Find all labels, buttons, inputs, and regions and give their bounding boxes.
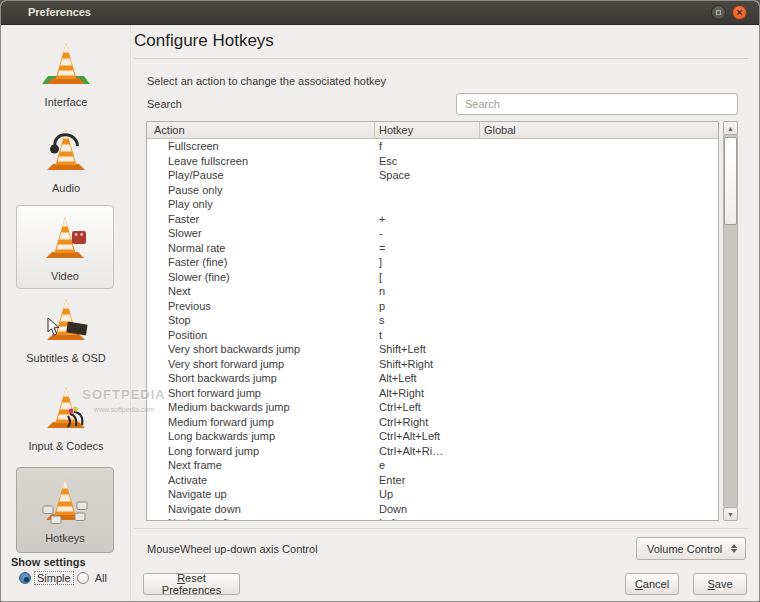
- table-row[interactable]: Very short forward jump Shift+Right: [147, 357, 718, 372]
- table-row[interactable]: Short forward jump Alt+Right: [147, 386, 718, 401]
- row-action: Fullscreen: [147, 140, 374, 152]
- table-row[interactable]: Leave fullscreen Esc: [147, 154, 718, 169]
- row-hotkey: s: [374, 314, 479, 326]
- column-action[interactable]: Action: [147, 122, 374, 138]
- maximize-button[interactable]: [711, 5, 726, 20]
- row-action: Very short forward jump: [147, 358, 374, 370]
- table-row[interactable]: Very short backwards jump Shift+Left: [147, 342, 718, 357]
- close-button[interactable]: ×: [732, 5, 747, 20]
- table-row[interactable]: Play/Pause Space: [147, 168, 718, 183]
- table-row[interactable]: Faster +: [147, 212, 718, 227]
- row-hotkey: Enter: [374, 474, 479, 486]
- row-action: Navigate down: [147, 503, 374, 515]
- radio-simple[interactable]: Simple: [19, 572, 73, 584]
- scroll-down-icon[interactable]: ▼: [723, 507, 738, 521]
- table-row[interactable]: Play only: [147, 197, 718, 212]
- row-action: Next: [147, 285, 374, 297]
- sidebar-item-subtitles[interactable]: Subtitles & OSD: [9, 293, 123, 364]
- row-action: Faster: [147, 213, 374, 225]
- table-row[interactable]: Navigate left Left: [147, 516, 718, 520]
- window-title: Preferences: [28, 6, 91, 18]
- show-settings-label: Show settings: [11, 556, 129, 568]
- table-header[interactable]: Action Hotkey Global: [147, 122, 718, 139]
- bottom-divider: [134, 528, 748, 529]
- table-row[interactable]: Normal rate =: [147, 241, 718, 256]
- table-row[interactable]: Navigate down Down: [147, 502, 718, 517]
- table-row[interactable]: Long forward jump Ctrl+Alt+Ri…: [147, 444, 718, 459]
- sidebar-item-audio[interactable]: Audio: [9, 123, 123, 194]
- row-hotkey: Ctrl+Alt+Ri…: [374, 445, 479, 457]
- row-hotkey: ]: [374, 256, 479, 268]
- row-action: Slower: [147, 227, 374, 239]
- sidebar-item-label: Interface: [9, 96, 123, 108]
- row-hotkey: Up: [374, 488, 479, 500]
- search-input[interactable]: [456, 93, 738, 115]
- sidebar-item-interface[interactable]: Interface: [9, 37, 123, 108]
- sidebar-item-label: Hotkeys: [17, 532, 113, 544]
- sidebar-item-input[interactable]: Input & Codecs: [9, 381, 123, 452]
- titlebar[interactable]: Preferences ×: [1, 1, 759, 25]
- preferences-window: Preferences ×: [0, 0, 760, 602]
- row-action: Medium backwards jump: [147, 401, 374, 413]
- mousewheel-dropdown[interactable]: Volume Control: [636, 537, 746, 560]
- column-hotkey[interactable]: Hotkey: [374, 122, 479, 138]
- row-hotkey: Shift+Left: [374, 343, 479, 355]
- cancel-button[interactable]: Cancel: [625, 573, 679, 595]
- row-hotkey: Alt+Right: [374, 387, 479, 399]
- row-action: Navigate left: [147, 517, 374, 520]
- radio-all[interactable]: All: [77, 572, 109, 584]
- row-hotkey: Esc: [374, 155, 479, 167]
- sidebar-item-label: Video: [17, 270, 113, 282]
- table-row[interactable]: Slower (fine) [: [147, 270, 718, 285]
- radio-all-label: All: [93, 572, 109, 584]
- table-row[interactable]: Previous p: [147, 299, 718, 314]
- radio-simple-icon: [19, 572, 31, 584]
- table-row[interactable]: Navigate up Up: [147, 487, 718, 502]
- table-row[interactable]: Short backwards jump Alt+Left: [147, 371, 718, 386]
- sidebar-item-video[interactable]: Video: [16, 205, 114, 289]
- row-action: Short backwards jump: [147, 372, 374, 384]
- table-scrollbar[interactable]: ▲ ▼: [723, 121, 738, 521]
- table-row[interactable]: Position t: [147, 328, 718, 343]
- table-row[interactable]: Next frame e: [147, 458, 718, 473]
- row-action: Long backwards jump: [147, 430, 374, 442]
- scroll-up-icon[interactable]: ▲: [723, 121, 738, 135]
- row-hotkey: Left: [374, 517, 479, 520]
- row-hotkey: [: [374, 271, 479, 283]
- row-action: Previous: [147, 300, 374, 312]
- table-row[interactable]: Next n: [147, 284, 718, 299]
- table-row[interactable]: Medium backwards jump Ctrl+Left: [147, 400, 718, 415]
- hotkeys-subtitle: Select an action to change the associate…: [147, 75, 386, 87]
- sidebar-item-label: Audio: [9, 182, 123, 194]
- table-row[interactable]: Pause only: [147, 183, 718, 198]
- table-row[interactable]: Long backwards jump Ctrl+Alt+Left: [147, 429, 718, 444]
- sidebar: Interface: [1, 25, 131, 602]
- close-icon: ×: [736, 7, 742, 18]
- row-action: Pause only: [147, 184, 374, 196]
- table-row[interactable]: Medium forward jump Ctrl+Right: [147, 415, 718, 430]
- table-row[interactable]: Fullscreen f: [147, 139, 718, 154]
- scrollbar-thumb[interactable]: [724, 137, 737, 225]
- reset-preferences-button[interactable]: Reset Preferences: [143, 573, 240, 595]
- hotkeys-table: Action Hotkey Global Fullscreen f Leave …: [146, 121, 719, 521]
- table-row[interactable]: Activate Enter: [147, 473, 718, 488]
- table-row[interactable]: Slower -: [147, 226, 718, 241]
- sidebar-item-hotkeys[interactable]: Hotkeys: [16, 467, 114, 553]
- table-row[interactable]: Stop s: [147, 313, 718, 328]
- row-action: Normal rate: [147, 242, 374, 254]
- row-action: Navigate up: [147, 488, 374, 500]
- row-action: Medium forward jump: [147, 416, 374, 428]
- search-label: Search: [147, 98, 182, 110]
- row-hotkey: Shift+Right: [374, 358, 479, 370]
- scrollbar-track[interactable]: [723, 135, 738, 507]
- row-action: Activate: [147, 474, 374, 486]
- column-global[interactable]: Global: [479, 122, 718, 138]
- row-action: Slower (fine): [147, 271, 374, 283]
- radio-simple-label: Simple: [35, 572, 73, 584]
- table-row[interactable]: Faster (fine) ]: [147, 255, 718, 270]
- row-hotkey: p: [374, 300, 479, 312]
- row-hotkey: n: [374, 285, 479, 297]
- save-button[interactable]: Save: [693, 573, 747, 595]
- mousewheel-label: MouseWheel up-down axis Control: [147, 543, 318, 555]
- row-action: Position: [147, 329, 374, 341]
